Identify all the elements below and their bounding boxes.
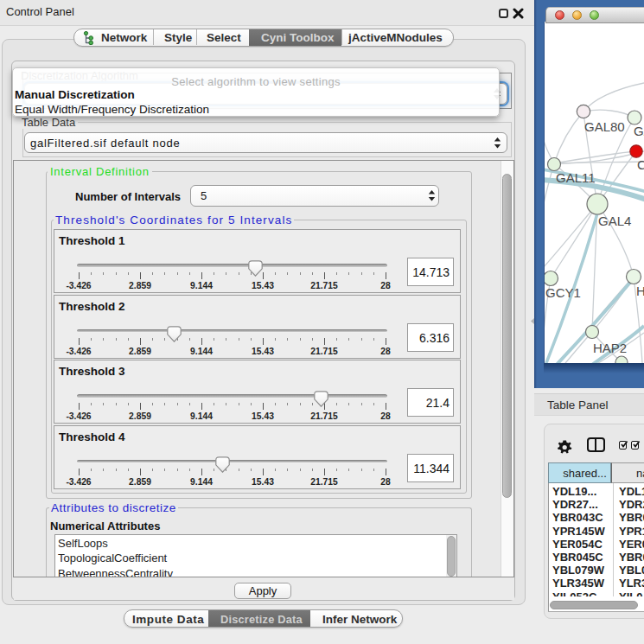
svg-text:GCY1: GCY1 — [545, 285, 581, 300]
svg-text:H: H — [636, 284, 644, 298]
svg-text:HAP2: HAP2 — [593, 341, 627, 355]
svg-text:CD: CD — [637, 157, 644, 172]
svg-text:GA: GA — [634, 124, 644, 138]
svg-text:GAL4: GAL4 — [598, 214, 631, 228]
svg-text:GAL80: GAL80 — [584, 119, 625, 134]
svg-text:GAL11: GAL11 — [556, 170, 596, 185]
